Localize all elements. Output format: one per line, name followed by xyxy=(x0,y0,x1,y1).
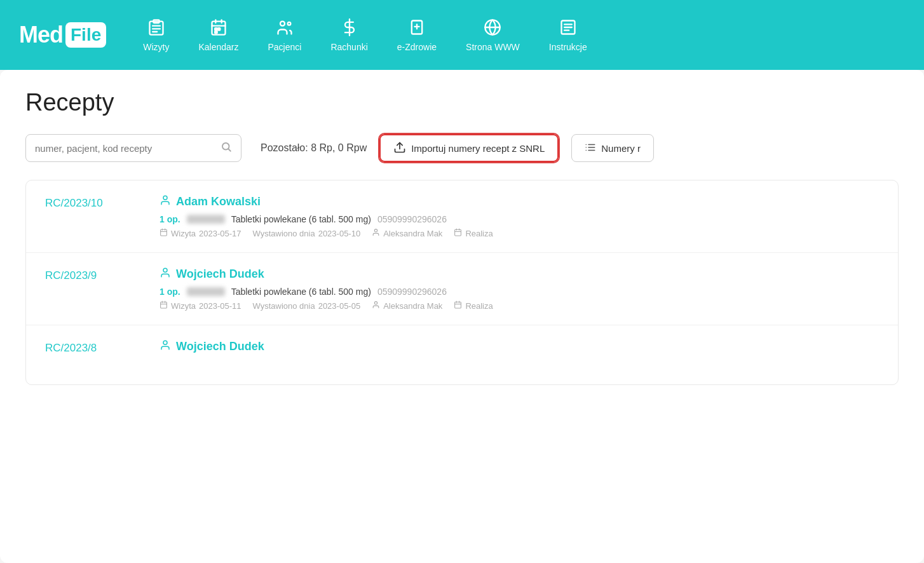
svg-point-48 xyxy=(374,302,377,304)
meta-issued: Wystawiono dnia 2023-05-10 xyxy=(253,229,361,238)
toolbar: Pozostało: 8 Rp, 0 Rpw Importuj numery r… xyxy=(25,134,899,162)
nav-label-wizyty: Wizyty xyxy=(143,42,169,52)
nav-label-e-zdrowie: e-Zdrowie xyxy=(397,42,437,52)
svg-point-12 xyxy=(280,21,285,25)
meta-issued: Wystawiono dnia 2023-05-05 xyxy=(253,301,361,311)
nav-item-strona-www[interactable]: Strona WWW xyxy=(454,13,531,57)
realizacja-label: Realiza xyxy=(465,229,493,238)
nav-label-instrukcje: Instrukcje xyxy=(549,42,587,52)
meta-visit: Wizyta 2023-05-17 xyxy=(160,228,241,238)
nav-label-rachunki: Rachunki xyxy=(330,42,367,52)
patient-name: Wojciech Dudek xyxy=(176,340,264,353)
svg-point-53 xyxy=(163,341,167,344)
import-button[interactable]: Importuj numery recept z SNRL xyxy=(379,134,559,162)
calendar-meta-icon xyxy=(160,301,168,311)
calendar-meta-icon xyxy=(160,228,168,238)
import-button-label: Importuj numery recept z SNRL xyxy=(411,143,545,154)
logo[interactable]: Med File xyxy=(19,22,106,48)
visit-date: 2023-05-17 xyxy=(199,229,241,238)
records-container: RC/2023/10 Adam Kowalski 1 op. Tabletki … xyxy=(25,180,899,385)
table-row[interactable]: RC/2023/8 Wojciech Dudek xyxy=(26,325,898,384)
patient-icon xyxy=(160,267,171,282)
meta-realizacja: Realiza xyxy=(454,228,493,238)
nav-item-kalendarz[interactable]: Kalendarz xyxy=(187,13,250,57)
logo-med-text: Med xyxy=(19,22,63,48)
doctor-meta-icon xyxy=(372,301,380,311)
nav-item-pacjenci[interactable]: Pacjenci xyxy=(257,13,313,57)
issued-label: Wystawiono dnia xyxy=(253,301,315,311)
record-details: Adam Kowalski 1 op. Tabletki powlekane (… xyxy=(160,194,879,238)
search-box[interactable] xyxy=(25,134,241,162)
visit-label: Wizyta xyxy=(171,229,196,238)
meta-doctor: Aleksandra Mak xyxy=(372,301,442,311)
nav-item-instrukcje[interactable]: Instrukcje xyxy=(538,13,599,57)
med-qty: 1 op. xyxy=(160,287,180,297)
record-id: RC/2023/9 xyxy=(45,267,134,282)
record-id: RC/2023/10 xyxy=(45,194,134,210)
upload-icon xyxy=(393,141,406,156)
page-title: Recepty xyxy=(25,89,899,116)
instrukcje-icon xyxy=(559,18,577,39)
med-name: Tabletki powlekane (6 tabl. 500 mg) xyxy=(231,287,371,297)
issued-date: 2023-05-10 xyxy=(318,229,361,238)
navbar: Med File Wizyty xyxy=(0,0,924,70)
record-meta: Wizyta 2023-05-11 Wystawiono dnia 2023-0… xyxy=(160,301,879,311)
svg-rect-44 xyxy=(161,302,167,308)
issued-label: Wystawiono dnia xyxy=(253,229,315,238)
med-code: 05909990296026 xyxy=(377,214,447,224)
meta-realizacja: Realiza xyxy=(454,301,493,311)
logo-file-text: File xyxy=(71,25,101,45)
nav-item-wizyty[interactable]: Wizyty xyxy=(132,13,180,57)
visit-date: 2023-05-11 xyxy=(199,301,241,311)
nav-menu: Wizyty Kalendarz xyxy=(132,13,599,57)
e-zdrowie-icon xyxy=(408,18,426,39)
med-code: 05909990296026 xyxy=(377,287,447,297)
record-details: Wojciech Dudek 1 op. Tabletki powlekane … xyxy=(160,267,879,311)
list-icon xyxy=(585,142,596,155)
doctor-name: Aleksandra Mak xyxy=(383,301,442,311)
record-meta: Wizyta 2023-05-17 Wystawiono dnia 2023-0… xyxy=(160,228,879,238)
numery-button[interactable]: Numery r xyxy=(571,134,654,162)
record-id: RC/2023/8 xyxy=(45,339,134,355)
med-blurred xyxy=(187,287,225,296)
realizacja-label: Realiza xyxy=(465,301,493,311)
meta-visit: Wizyta 2023-05-11 xyxy=(160,301,241,311)
issued-date: 2023-05-05 xyxy=(318,301,361,311)
svg-rect-34 xyxy=(161,229,167,236)
med-blurred xyxy=(187,215,225,224)
search-icon xyxy=(221,141,232,156)
svg-point-38 xyxy=(374,229,377,232)
record-patient: Adam Kowalski xyxy=(160,194,879,209)
svg-rect-10 xyxy=(218,28,221,30)
doctor-meta-icon xyxy=(372,228,380,238)
realizacja-icon xyxy=(454,228,462,238)
table-row[interactable]: RC/2023/9 Wojciech Dudek 1 op. Tabletki … xyxy=(26,253,898,325)
realizacja-icon xyxy=(454,301,462,311)
nav-item-rachunki[interactable]: Rachunki xyxy=(319,13,379,57)
patients-icon xyxy=(276,18,294,39)
record-medication: 1 op. Tabletki powlekane (6 tabl. 500 mg… xyxy=(160,287,879,297)
nav-label-strona-www: Strona WWW xyxy=(466,42,520,52)
patient-name: Wojciech Dudek xyxy=(176,268,264,281)
search-input[interactable] xyxy=(35,143,215,154)
record-patient: Wojciech Dudek xyxy=(160,339,879,354)
meta-doctor: Aleksandra Mak xyxy=(372,228,442,238)
svg-rect-49 xyxy=(455,302,461,308)
patient-icon xyxy=(160,339,171,354)
svg-point-13 xyxy=(288,22,291,25)
calendar-icon xyxy=(210,18,228,39)
record-medication: 1 op. Tabletki powlekane (6 tabl. 500 mg… xyxy=(160,214,879,224)
logo-file-box: File xyxy=(65,22,106,48)
status-text: Pozostało: 8 Rp, 0 Rpw xyxy=(261,142,367,154)
main-content: Recepty Pozostało: 8 Rp, 0 Rpw Importuj xyxy=(0,70,924,563)
clipboard-icon xyxy=(147,18,165,39)
table-row[interactable]: RC/2023/10 Adam Kowalski 1 op. Tabletki … xyxy=(26,180,898,253)
svg-line-25 xyxy=(228,149,230,151)
med-qty: 1 op. xyxy=(160,214,180,224)
visit-label: Wizyta xyxy=(171,301,196,311)
rachunki-icon xyxy=(341,18,358,39)
nav-item-e-zdrowie[interactable]: e-Zdrowie xyxy=(386,13,448,57)
patient-name: Adam Kowalski xyxy=(176,195,261,208)
nav-label-pacjenci: Pacjenci xyxy=(268,42,302,52)
numery-button-label: Numery r xyxy=(601,143,641,154)
